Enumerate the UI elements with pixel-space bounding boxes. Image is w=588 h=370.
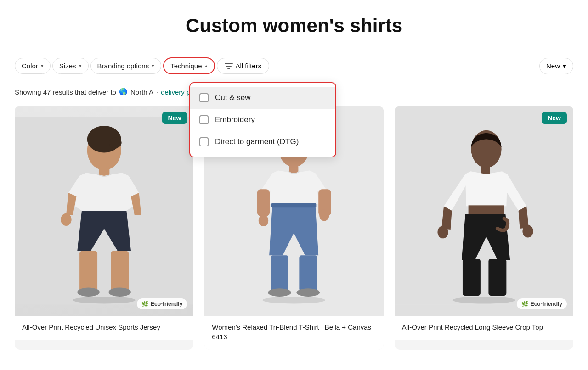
svg-point-24	[297, 288, 320, 297]
cut-sew-checkbox[interactable]	[199, 93, 209, 102]
technique-filter-label: Technique	[170, 62, 202, 70]
svg-point-4	[73, 297, 136, 304]
product-figure-3	[395, 106, 573, 316]
eco-leaf-icon-1: 🌿	[141, 301, 148, 307]
sizes-chevron-icon: ▾	[79, 63, 82, 69]
eco-badge-3: 🌿 Eco-friendly	[517, 298, 567, 309]
svg-rect-21	[271, 255, 288, 291]
eco-leaf-icon-3: 🌿	[521, 301, 528, 307]
svg-point-15	[263, 297, 325, 304]
new-badge-1: New	[162, 112, 187, 124]
product-card-3[interactable]: New 🌿 Eco-friendly All-Over Print Recycl…	[395, 106, 573, 350]
svg-point-12	[108, 287, 131, 296]
product-figure-1	[15, 106, 193, 316]
svg-point-34	[437, 226, 448, 238]
branding-filter-label: Branding options	[97, 62, 149, 70]
svg-rect-10	[111, 251, 129, 292]
sort-chevron-icon: ▾	[563, 62, 566, 70]
color-chevron-icon: ▾	[41, 63, 44, 69]
svg-rect-0	[225, 63, 233, 64]
svg-rect-31	[468, 205, 504, 214]
svg-rect-22	[300, 255, 317, 291]
technique-option-dtg[interactable]: Direct to garment (DTG)	[190, 131, 335, 153]
page-title: Custom women's shirts	[15, 0, 573, 50]
svg-point-13	[61, 213, 71, 226]
product-card-1[interactable]: New 🌿 Eco-friendly All-Over Print Recycl…	[15, 106, 193, 350]
technique-chevron-icon: ▴	[205, 63, 208, 69]
technique-option-cut-sew[interactable]: Cut & sew	[190, 87, 335, 109]
svg-point-28	[452, 297, 515, 304]
svg-point-35	[522, 225, 533, 237]
location-text: North A	[130, 88, 153, 96]
product-image-1: New 🌿 Eco-friendly	[15, 106, 193, 316]
svg-point-5	[87, 131, 121, 170]
svg-point-26	[319, 209, 329, 221]
embroidery-label: Embroidery	[215, 115, 255, 124]
ellipsis-text: ·	[156, 88, 158, 96]
svg-rect-17	[289, 165, 298, 174]
svg-rect-18	[257, 189, 270, 216]
svg-rect-1	[226, 66, 232, 67]
svg-point-11	[77, 287, 100, 296]
svg-rect-8	[99, 167, 109, 176]
product-name-3: All-Over Print Recycled Long Sleeve Crop…	[402, 322, 566, 332]
svg-rect-20	[271, 203, 316, 207]
eco-badge-1: 🌿 Eco-friendly	[137, 298, 187, 309]
all-filters-label: All filters	[236, 62, 262, 70]
product-info-2: Women's Relaxed Tri-Blend T-Shirt | Bell…	[204, 316, 383, 350]
svg-rect-33	[488, 259, 506, 296]
sizes-filter-button[interactable]: Sizes ▾	[52, 58, 89, 74]
svg-point-23	[268, 288, 292, 297]
eco-label-1: Eco-friendly	[151, 301, 182, 307]
sort-button[interactable]: New ▾	[539, 58, 573, 74]
cut-sew-label: Cut & sew	[215, 93, 250, 102]
dtg-checkbox[interactable]	[199, 137, 209, 146]
technique-filter-button[interactable]: Technique ▴	[163, 57, 215, 74]
technique-dropdown: Cut & sew Embroidery Direct to garment (…	[189, 82, 336, 157]
eco-label-3: Eco-friendly	[531, 301, 562, 307]
product-name-2: Women's Relaxed Tri-Blend T-Shirt | Bell…	[212, 322, 376, 342]
svg-rect-30	[481, 166, 490, 174]
globe-icon: 🌎	[119, 88, 128, 96]
svg-point-7	[109, 137, 121, 148]
embroidery-checkbox[interactable]	[199, 115, 209, 124]
new-badge-3: New	[542, 112, 567, 124]
product-info-1: All-Over Print Recycled Unisex Sports Je…	[15, 316, 193, 340]
results-count-text: Showing 47 results that deliver to	[15, 88, 116, 96]
branding-chevron-icon: ▾	[152, 63, 154, 69]
svg-point-6	[87, 126, 121, 152]
product-image-3: New 🌿 Eco-friendly	[395, 106, 573, 316]
color-filter-label: Color	[22, 62, 38, 70]
svg-rect-3	[15, 117, 193, 305]
branding-filter-button[interactable]: Branding options ▾	[90, 58, 162, 74]
technique-option-embroidery[interactable]: Embroidery	[190, 109, 335, 131]
svg-rect-32	[463, 259, 481, 296]
svg-rect-2	[227, 68, 230, 69]
sizes-filter-label: Sizes	[59, 62, 76, 70]
product-name-1: All-Over Print Recycled Unisex Sports Je…	[22, 322, 186, 332]
svg-point-25	[259, 215, 268, 226]
color-filter-button[interactable]: Color ▾	[15, 58, 51, 74]
filter-lines-icon	[225, 63, 233, 69]
svg-rect-9	[79, 251, 97, 292]
product-info-3: All-Over Print Recycled Long Sleeve Crop…	[395, 316, 573, 340]
filter-bar: Color ▾ Sizes ▾ Branding options ▾ Techn…	[15, 50, 573, 84]
sort-label: New	[546, 62, 560, 70]
dtg-label: Direct to garment (DTG)	[215, 137, 299, 146]
all-filters-button[interactable]: All filters	[217, 58, 270, 74]
